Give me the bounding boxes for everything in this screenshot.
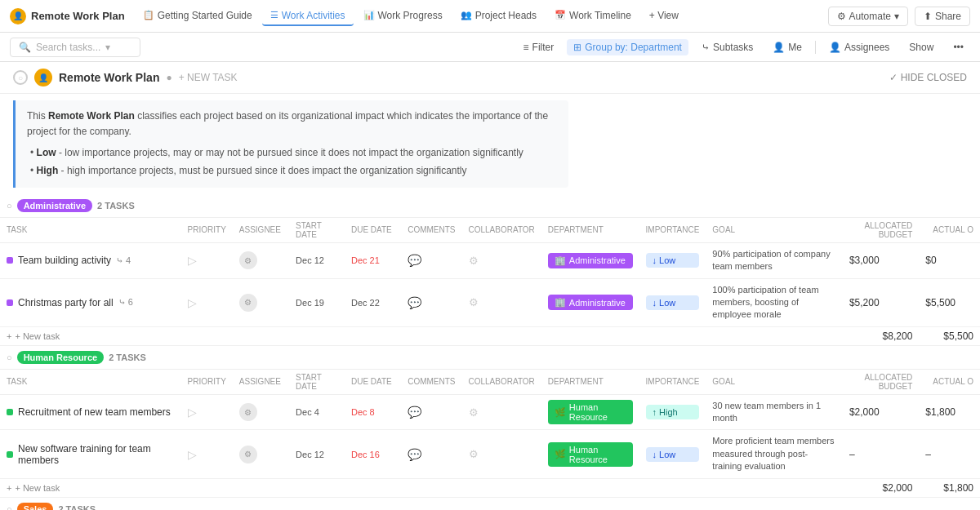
group-header-human-resource[interactable]: ○ Human Resource 2 TASKS <box>0 345 980 369</box>
comment-icon[interactable]: 💬 <box>408 448 421 461</box>
assignee-avatar[interactable]: ⚙ <box>239 251 257 269</box>
tab-getting-started[interactable]: 📋 Getting Started Guide <box>135 7 261 26</box>
group-expand-icon-administrative[interactable]: ○ <box>7 201 12 211</box>
subtasks-button[interactable]: ⤷ Subtasks <box>695 39 760 55</box>
task-collab-cell[interactable]: ⚙ <box>462 430 541 478</box>
col-goal-label: GOAL <box>706 369 843 394</box>
col-due-label: DUE DATE <box>345 369 401 394</box>
group-expand-icon-sales[interactable]: ○ <box>7 504 12 510</box>
task-tag: ⤷ 6 <box>118 297 133 308</box>
tab-work-activities-label: Work Activities <box>282 10 345 21</box>
task-collab-cell[interactable]: ⚙ <box>462 242 541 278</box>
tab-project-heads-label: Project Heads <box>475 10 537 21</box>
group-by-icon: ⊞ <box>573 42 581 53</box>
tab-view-button[interactable]: + View <box>641 7 687 26</box>
dept-icon: 🌿 <box>555 449 566 459</box>
search-icon: 🔍 <box>19 42 31 53</box>
me-label: Me <box>788 42 802 53</box>
task-priority-cell[interactable]: ▷ <box>181 430 233 478</box>
more-button[interactable]: ••• <box>947 39 970 55</box>
task-name-text: New software training for team members <box>18 443 175 466</box>
task-start-date: Dec 12 <box>296 255 324 265</box>
group-header-administrative[interactable]: ○ Administrative 2 TASKS <box>0 194 980 218</box>
group-expand-icon-human-resource[interactable]: ○ <box>7 353 12 362</box>
tab-work-activities-icon: ☰ <box>270 10 278 20</box>
imp-arrow-icon: ↑ <box>653 407 657 417</box>
me-button[interactable]: 👤 Me <box>766 39 808 55</box>
project-header: ○ 👤 Remote Work Plan ● + NEW TASK ✓ HIDE… <box>0 62 980 94</box>
nav-logo: 👤 Remote Work Plan <box>10 8 125 24</box>
new-task-link[interactable]: + + New task <box>7 483 456 493</box>
tab-work-timeline[interactable]: 📅 Work Timeline <box>546 7 639 26</box>
task-comments-cell[interactable]: 💬 <box>401 242 461 278</box>
task-row-human-resource-1[interactable]: New software training for team members ▷… <box>0 430 980 478</box>
task-actual-cell: $5,500 <box>919 278 980 326</box>
toolbar-actions: ≡ Filter ⊞ Group by: Department ⤷ Subtas… <box>517 39 970 55</box>
priority-icon[interactable]: ▷ <box>188 448 197 461</box>
task-priority-cell[interactable]: ▷ <box>181 394 233 430</box>
task-priority-cell[interactable]: ▷ <box>181 242 233 278</box>
tab-work-activities[interactable]: ☰ Work Activities <box>262 7 354 26</box>
tab-view-label: + View <box>649 10 679 21</box>
task-due-date: Dec 16 <box>351 450 380 459</box>
task-imp-cell: ↑ High <box>639 394 706 430</box>
tab-project-heads[interactable]: 👥 Project Heads <box>452 7 545 26</box>
task-assignee-cell[interactable]: ⚙ <box>233 242 289 278</box>
assignee-avatar[interactable]: ⚙ <box>239 446 257 463</box>
collab-gear-icon[interactable]: ⚙ <box>469 296 479 308</box>
task-collab-cell[interactable]: ⚙ <box>462 394 541 430</box>
task-comments-cell[interactable]: 💬 <box>401 430 461 478</box>
tab-getting-started-icon: 📋 <box>143 10 154 20</box>
collab-gear-icon[interactable]: ⚙ <box>469 406 479 419</box>
filter-button[interactable]: ≡ Filter <box>517 39 561 55</box>
task-row-administrative-1[interactable]: Christmas party for all ⤷ 6 ▷ ⚙ Dec 19 D… <box>0 278 980 326</box>
new-task-row-administrative[interactable]: + + New task $8,200 $5,500 <box>0 326 980 345</box>
task-budget-cell: $5,200 <box>843 278 919 326</box>
task-priority-cell[interactable]: ▷ <box>181 278 233 326</box>
priority-icon[interactable]: ▷ <box>188 406 197 419</box>
new-task-button[interactable]: + NEW TASK <box>179 72 238 83</box>
col-dept-label: DEPARTMENT <box>541 369 639 394</box>
subtotal-actual-cell: $1,800 <box>919 478 980 497</box>
task-row-human-resource-0[interactable]: Recruitment of new team members ▷ ⚙ Dec … <box>0 394 980 430</box>
info-item-high: • High - high importance projects, must … <box>30 162 557 180</box>
new-task-row-human-resource[interactable]: + + New task $2,000 $1,800 <box>0 478 980 497</box>
share-button[interactable]: ⬆ Share <box>915 7 970 26</box>
task-dot <box>7 409 13 415</box>
show-button[interactable]: Show <box>902 39 940 55</box>
task-dot <box>7 257 13 264</box>
comment-icon[interactable]: 💬 <box>408 254 421 267</box>
task-due-date: Dec 22 <box>351 298 380 308</box>
priority-icon[interactable]: ▷ <box>188 296 197 309</box>
collab-gear-icon[interactable]: ⚙ <box>469 448 479 460</box>
col-imp-label: IMPORTANCE <box>639 369 706 394</box>
tab-work-progress[interactable]: 📊 Work Progress <box>355 7 451 26</box>
priority-icon[interactable]: ▷ <box>188 254 197 267</box>
task-comments-cell[interactable]: 💬 <box>401 278 461 326</box>
tab-work-timeline-icon: 📅 <box>555 10 566 20</box>
task-row-administrative-0[interactable]: Team building activity ⤷ 4 ▷ ⚙ Dec 12 De… <box>0 242 980 278</box>
search-input[interactable]: 🔍 Search tasks... ▾ <box>10 38 140 57</box>
task-collab-cell[interactable]: ⚙ <box>462 278 541 326</box>
assignee-avatar[interactable]: ⚙ <box>239 294 257 312</box>
new-task-link[interactable]: + + New task <box>7 331 456 341</box>
task-assignee-cell[interactable]: ⚙ <box>233 278 289 326</box>
collab-gear-icon[interactable]: ⚙ <box>469 255 479 267</box>
comment-icon[interactable]: 💬 <box>408 296 421 309</box>
task-assignee-cell[interactable]: ⚙ <box>233 394 289 430</box>
info-list: • Low - low importance projects, may or … <box>27 144 557 179</box>
task-comments-cell[interactable]: 💬 <box>401 394 461 430</box>
subtotal-budget-cell: $8,200 <box>843 326 919 345</box>
group-by-label: Group by: Department <box>585 42 682 53</box>
comment-icon[interactable]: 💬 <box>408 406 421 419</box>
project-expand-icon[interactable]: ○ <box>13 70 28 85</box>
group-header-sales[interactable]: ○ Sales 2 TASKS <box>0 497 980 510</box>
col-goal-label: GOAL <box>706 217 843 242</box>
task-name-cell-human-resource-0: Recruitment of new team members <box>0 394 181 430</box>
assignees-button[interactable]: 👤 Assignees <box>822 39 896 55</box>
assignee-avatar[interactable]: ⚙ <box>239 403 257 421</box>
automate-button[interactable]: ⚙ Automate ▾ <box>828 7 908 26</box>
group-by-button[interactable]: ⊞ Group by: Department <box>567 39 688 55</box>
hide-closed-button[interactable]: ✓ HIDE CLOSED <box>889 72 967 83</box>
task-assignee-cell[interactable]: ⚙ <box>233 430 289 478</box>
